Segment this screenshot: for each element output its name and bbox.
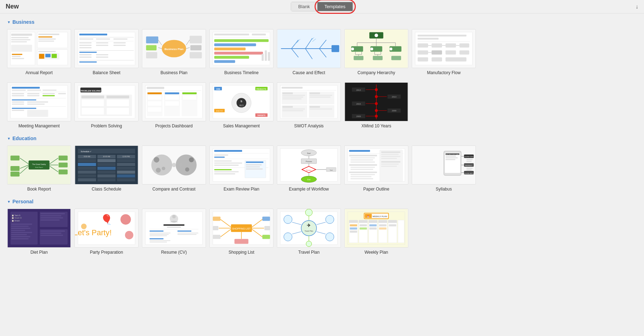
- svg-rect-197: [282, 87, 302, 89]
- svg-rect-355: [446, 159, 455, 160]
- svg-rect-111: [417, 35, 466, 37]
- svg-rect-342: [381, 154, 399, 155]
- template-problem-solving[interactable]: PROBLEM SOLVING Problem Solving: [75, 82, 138, 128]
- svg-rect-203: [282, 92, 293, 94]
- svg-rect-144: [12, 99, 36, 100]
- label-projects-dashboard: Projects Dashboard: [155, 123, 192, 128]
- svg-rect-409: [178, 231, 191, 232]
- svg-point-285: [156, 168, 161, 173]
- template-weekly-plan[interactable]: 📅 WEEKLY PLAN: [344, 209, 408, 255]
- template-paper-outline[interactable]: Paper Outline: [344, 145, 408, 192]
- svg-rect-60: [252, 34, 266, 35]
- chevron-business-icon[interactable]: ▼: [7, 20, 11, 24]
- label-xmind-10years: XMind 10 Years: [361, 123, 391, 128]
- template-annual-report[interactable]: Annual Report: [7, 29, 71, 75]
- section-header-education: ▼ Education: [7, 136, 637, 141]
- svg-rect-107: [373, 56, 382, 60]
- svg-text:Book Report: Book Report: [35, 166, 43, 168]
- template-shopping-list[interactable]: SHOPPING LIST: [209, 209, 273, 255]
- template-swot-analysis[interactable]: SWOT Analysis: [277, 82, 341, 128]
- svg-rect-67: [214, 60, 235, 63]
- tab-templates[interactable]: Templates: [317, 2, 353, 11]
- chevron-personal-icon[interactable]: ▼: [7, 200, 11, 204]
- svg-rect-36: [79, 50, 133, 51]
- svg-rect-263: [97, 159, 115, 162]
- svg-rect-242: [10, 155, 20, 160]
- template-exam-review[interactable]: Exam Review Plan: [209, 145, 273, 192]
- template-class-schedule[interactable]: Schedule ✓ 8:00 AM 10:00 AM 12:00 PM: [75, 145, 138, 192]
- template-party-preparation[interactable]: 🎈 Let's Party! Party Preparation: [75, 209, 138, 255]
- svg-rect-277: [78, 178, 96, 181]
- template-projects-dashboard[interactable]: Projects Dashboard: [142, 82, 206, 128]
- template-travel-plan[interactable]: ✈ Travel Plan Travel Plan: [277, 209, 341, 255]
- svg-rect-469: [350, 231, 357, 233]
- template-example-workflow[interactable]: Start Process Decision Task: [277, 145, 341, 192]
- label-shopping-list: Shopping List: [229, 250, 255, 255]
- thumb-svg-exam-review: [210, 146, 273, 184]
- svg-text:📋 Task #1: 📋 Task #1: [12, 214, 20, 217]
- template-company-hierarchy[interactable]: Company Hierarchy: [344, 29, 408, 75]
- svg-rect-379: [11, 230, 25, 231]
- label-resume: Resume (CV): [161, 250, 187, 255]
- svg-rect-121: [417, 50, 428, 55]
- template-business-plan[interactable]: Business Plan Business Plan: [142, 29, 206, 75]
- svg-rect-422: [213, 226, 218, 230]
- svg-rect-126: [417, 57, 428, 62]
- svg-rect-420: [213, 217, 220, 221]
- svg-point-395: [120, 214, 131, 225]
- svg-point-396: [125, 231, 133, 239]
- section-title-business: Business: [12, 19, 34, 25]
- template-sales-management[interactable]: CRM PRODUCTS S SALES MANAGEMENT TARGETS …: [209, 82, 273, 128]
- svg-rect-208: [282, 109, 305, 110]
- template-meeting-management[interactable]: Meeting Management: [7, 82, 71, 128]
- template-business-timeline[interactable]: Business Timeline: [209, 29, 273, 75]
- svg-rect-266: [97, 163, 115, 166]
- svg-point-397: [81, 224, 87, 229]
- template-cause-and-effect[interactable]: Cause and Effect: [277, 29, 341, 75]
- template-compare-contrast[interactable]: Compare and Contrast: [142, 145, 206, 192]
- svg-rect-63: [214, 43, 256, 46]
- template-resume[interactable]: Resume (CV): [142, 209, 206, 255]
- svg-text:Decision: Decision: [306, 169, 312, 171]
- svg-text:SALES: SALES: [239, 104, 244, 106]
- template-diet-plan[interactable]: 📋 Task #1 📋 Snack #2 📋 Dream: [7, 209, 71, 255]
- svg-rect-68: [262, 54, 264, 61]
- svg-rect-308: [246, 169, 263, 170]
- svg-rect-179: [182, 95, 197, 100]
- svg-rect-294: [214, 155, 228, 156]
- svg-rect-16: [38, 51, 56, 52]
- svg-rect-138: [43, 93, 55, 94]
- svg-rect-270: [117, 167, 135, 170]
- svg-rect-463: [359, 220, 368, 223]
- svg-point-97: [389, 48, 392, 50]
- svg-rect-339: [350, 178, 373, 179]
- tab-blank[interactable]: Blank: [291, 2, 317, 11]
- chevron-education-icon[interactable]: ▼: [7, 137, 11, 141]
- svg-rect-141: [27, 95, 39, 96]
- svg-rect-9: [12, 58, 24, 59]
- svg-rect-407: [149, 234, 169, 235]
- svg-rect-209: [282, 110, 303, 111]
- svg-rect-306: [246, 164, 262, 165]
- download-icon[interactable]: ↓: [635, 4, 638, 10]
- svg-text:WEEKLY PLAN: WEEKLY PLAN: [372, 215, 387, 217]
- svg-text:2015: 2015: [356, 103, 361, 105]
- svg-rect-176: [165, 101, 179, 106]
- svg-rect-174: [165, 92, 179, 94]
- svg-rect-41: [96, 57, 108, 58]
- svg-rect-29: [79, 42, 91, 43]
- svg-rect-405: [149, 231, 163, 232]
- svg-rect-31: [114, 42, 126, 43]
- svg-text:End: End: [307, 179, 311, 181]
- svg-text:📋 Dream: 📋 Dream: [12, 220, 20, 222]
- template-xmind-10years[interactable]: 2013 2013 2015 2009 2009: [344, 82, 408, 128]
- svg-point-288: [179, 163, 183, 167]
- svg-rect-213: [310, 106, 320, 108]
- template-book-report[interactable]: The Great Gatsby Book Report: [7, 145, 71, 192]
- svg-rect-128: [446, 57, 466, 62]
- template-syllabus[interactable]: ENGLISH III SYLLABUS COURSE DESC INSTRUC…: [412, 145, 476, 192]
- template-manufactory-flow[interactable]: Manufactory Flow: [412, 29, 476, 75]
- template-balance-sheet[interactable]: Balance Sheet: [75, 29, 138, 75]
- svg-text:Task: Task: [330, 169, 333, 171]
- svg-rect-466: [388, 220, 397, 223]
